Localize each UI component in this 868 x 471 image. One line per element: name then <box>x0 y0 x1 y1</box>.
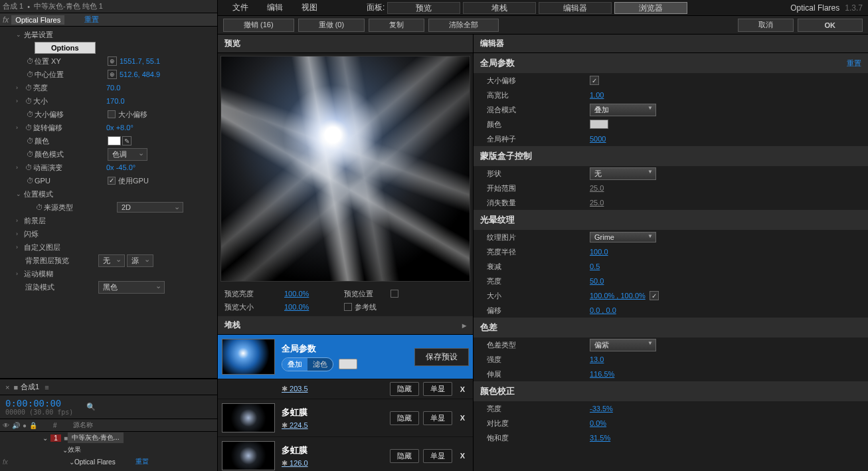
chevron-right-icon[interactable]: › <box>16 270 24 277</box>
effect-name[interactable]: Optical Flares <box>11 15 64 25</box>
solo-button[interactable]: 单显 <box>423 449 452 463</box>
chroma-type-dropdown[interactable]: 偏紫 <box>590 339 656 351</box>
crosshair-icon[interactable]: ⊕ <box>108 70 117 79</box>
stack-item-global[interactable]: 全局参数 叠加滤色 保存预设 <box>218 335 473 379</box>
speaker-icon[interactable]: 🔊 <box>12 422 20 429</box>
chevron-down-icon[interactable]: ⌄ <box>16 31 24 38</box>
gpu-checkbox[interactable] <box>108 177 116 185</box>
solo-button[interactable]: 单显 <box>423 382 452 396</box>
color-mode-dropdown[interactable]: 色调 <box>108 148 147 161</box>
search-icon[interactable]: 🔍 <box>86 403 96 411</box>
chevron-right-icon[interactable]: › <box>16 84 24 91</box>
chevron-right-icon[interactable]: › <box>16 164 24 171</box>
solo-button[interactable]: 单显 <box>423 411 452 425</box>
stack-color-swatch[interactable] <box>339 359 357 369</box>
stack-item-value[interactable]: 203.5 <box>282 385 308 393</box>
stack-item-value[interactable]: 224.5 <box>282 421 308 429</box>
comp-tab[interactable]: × ■ 合成1 ≡ <box>0 379 217 395</box>
copy-button[interactable]: 复制 <box>369 19 424 32</box>
stopwatch-icon[interactable]: ⏱ <box>25 176 35 185</box>
fade-value[interactable]: 25.0 <box>590 199 604 207</box>
size-offset-checkbox[interactable]: ✓ <box>590 76 599 85</box>
position-xy-value[interactable]: 1551.7, 55.1 <box>120 57 160 65</box>
clear-all-button[interactable]: 清除全部 <box>428 19 499 32</box>
reset-link[interactable]: 重置 <box>84 15 99 25</box>
preview-brightness-value[interactable]: 100.0% <box>284 290 344 298</box>
chevron-right-icon[interactable]: › <box>16 124 24 131</box>
guide-checkbox[interactable] <box>344 303 352 311</box>
delete-button[interactable]: X <box>456 452 469 460</box>
eyedropper-icon[interactable]: ✎ <box>122 136 131 145</box>
stopwatch-icon[interactable]: ⏱ <box>24 163 33 172</box>
hide-button[interactable]: 隐藏 <box>390 449 419 463</box>
delete-button[interactable]: X <box>456 414 469 422</box>
texture-offset-value[interactable]: 0.0 , 0.0 <box>590 306 616 314</box>
falloff-value[interactable]: 0.5 <box>590 262 600 270</box>
chevron-down-icon[interactable]: ⌄ <box>16 191 24 197</box>
center-value[interactable]: 512.6, 484.9 <box>120 70 160 78</box>
menu-icon[interactable]: ≡ <box>44 383 48 391</box>
texture-brightness-value[interactable]: 50.0 <box>590 277 604 285</box>
hide-button[interactable]: 隐藏 <box>390 382 419 396</box>
stopwatch-icon[interactable]: ⏱ <box>24 96 33 106</box>
cc-brightness-value[interactable]: -33.5% <box>590 405 613 413</box>
source-type-dropdown[interactable]: 2D <box>117 202 183 213</box>
panel-browser-button[interactable]: 浏览器 <box>614 2 687 14</box>
preview-size-value[interactable]: 100.0% <box>284 303 344 311</box>
blend-mode-toggle[interactable]: 叠加滤色 <box>282 357 333 371</box>
color-swatch[interactable] <box>108 136 121 145</box>
size-value[interactable]: 170.0 <box>106 97 125 105</box>
save-preset-button[interactable]: 保存预设 <box>414 348 469 366</box>
stack-item-value[interactable]: 126.0 <box>282 459 308 467</box>
ok-button[interactable]: OK <box>798 19 863 32</box>
bg-preview-src-dropdown[interactable]: 源 <box>127 254 153 267</box>
timeline-layer-name[interactable]: 中等灰色-青色... <box>68 432 124 443</box>
eye-icon[interactable]: 👁 <box>3 422 9 429</box>
bg-preview-none-dropdown[interactable]: 无 <box>98 254 125 267</box>
shape-dropdown[interactable]: 无 <box>590 167 656 180</box>
preview-viewport[interactable] <box>220 56 470 282</box>
seed-value[interactable]: 5000 <box>590 135 606 143</box>
chevron-right-icon[interactable]: › <box>16 231 24 237</box>
hide-button[interactable]: 隐藏 <box>390 411 419 425</box>
cc-contrast-value[interactable]: 0.0% <box>590 419 606 427</box>
render-mode-dropdown[interactable]: 黑色 <box>98 281 165 294</box>
stack-item[interactable]: 多虹膜126.0 隐藏单显X <box>218 437 473 471</box>
size-offset-checkbox[interactable] <box>108 110 116 118</box>
link-checkbox[interactable]: ✓ <box>650 291 659 300</box>
texture-image-dropdown[interactable]: Grime <box>590 232 656 242</box>
chevron-right-icon[interactable]: › <box>16 217 24 224</box>
panel-stack-button[interactable]: 堆栈 <box>463 2 536 14</box>
brightness-value[interactable]: 70.0 <box>106 84 120 92</box>
reset-link[interactable]: 重置 <box>847 58 861 68</box>
intensity-value[interactable]: 13.0 <box>590 355 604 363</box>
chevron-right-icon[interactable]: › <box>16 244 24 250</box>
timeline-reset-link[interactable]: 重置 <box>135 457 149 466</box>
arrow-right-icon[interactable]: ▸ <box>462 321 466 330</box>
undo-button[interactable]: 撤销 (16) <box>223 19 294 32</box>
chevron-down-icon[interactable]: ⌄ <box>43 434 48 442</box>
crosshair-icon[interactable]: ⊕ <box>108 56 117 66</box>
timecode[interactable]: 0:00:00:00 <box>5 398 73 409</box>
file-menu[interactable]: 文件 <box>223 2 258 13</box>
panel-editor-button[interactable]: 编辑器 <box>539 2 612 14</box>
rotation-offset-value[interactable]: 0x +8.0° <box>106 124 133 132</box>
stopwatch-icon[interactable]: ⏱ <box>25 136 35 145</box>
cc-saturation-value[interactable]: 31.5% <box>590 434 610 442</box>
delete-button[interactable]: X <box>456 385 469 393</box>
view-menu[interactable]: 视图 <box>292 2 327 13</box>
aspect-value[interactable]: 1.00 <box>590 91 604 99</box>
texture-size-value[interactable]: 100.0% , 100.0% <box>590 292 646 300</box>
redo-button[interactable]: 重做 (0) <box>298 19 365 32</box>
ed-color-swatch[interactable] <box>590 120 608 129</box>
stopwatch-icon[interactable]: ⏱ <box>24 123 33 132</box>
stopwatch-icon[interactable]: ⏱ <box>25 149 35 159</box>
close-icon[interactable]: × <box>5 383 9 391</box>
chevron-right-icon[interactable]: › <box>16 98 24 104</box>
stopwatch-icon[interactable]: ⏱ <box>25 110 35 119</box>
timeline-layer-row[interactable]: ⌄ 1 ■ 中等灰色-青色... <box>0 432 217 444</box>
blend-mode-dropdown[interactable]: 叠加 <box>590 104 656 116</box>
chevron-down-icon[interactable]: ⌄ <box>62 446 68 454</box>
stopwatch-icon[interactable]: ⏱ <box>25 70 35 79</box>
stopwatch-icon[interactable]: ⏱ <box>35 203 44 212</box>
